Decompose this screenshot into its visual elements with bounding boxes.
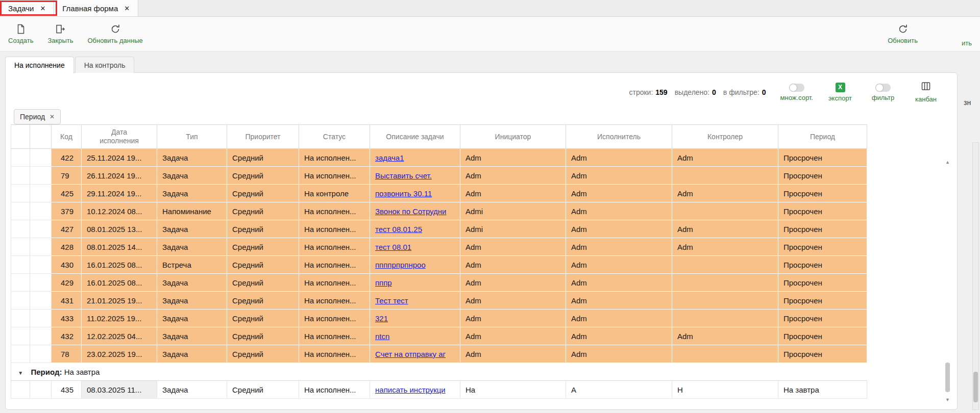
close-button[interactable]: Закрыть <box>47 23 73 44</box>
table-row[interactable]: 43311.02.2025 19...ЗадачаСреднийНа испол… <box>11 309 867 327</box>
cell-initiator: Adm <box>460 238 566 256</box>
refresh-data-button[interactable]: Обновить данные <box>87 23 142 44</box>
cell-controller: Adm <box>672 327 778 345</box>
group-row[interactable]: ▼Период: На завтра <box>11 363 867 381</box>
table-row[interactable]: 42916.01.2025 08...ЗадачаСреднийНа испол… <box>11 274 867 292</box>
column-header[interactable]: Тип <box>157 125 227 149</box>
filter-control[interactable]: фильтр <box>867 83 899 101</box>
background-form-sliver: зн <box>958 51 980 413</box>
task-link[interactable]: пппр <box>375 278 392 287</box>
table-row[interactable]: 43508.03.2025 11...ЗадачаСреднийНа испол… <box>11 381 867 399</box>
task-link[interactable]: Тест тест <box>375 296 408 305</box>
column-header[interactable]: Период <box>778 125 867 149</box>
scrollbar-thumb[interactable] <box>945 363 950 392</box>
column-header[interactable]: Статус <box>299 125 370 149</box>
cell-date: 29.11.2024 19... <box>82 185 157 202</box>
table-row[interactable]: 43016.01.2025 08...ВстречаСреднийНа испо… <box>11 256 867 274</box>
window-tab-main-form[interactable]: Главная форма ✕ <box>54 0 138 16</box>
background-scrollbar[interactable] <box>972 142 979 410</box>
scroll-up-icon[interactable]: ▲ <box>944 160 951 165</box>
export-control[interactable]: X экспорт <box>824 83 856 102</box>
scroll-down-icon[interactable]: ▼ <box>944 397 951 402</box>
cell-code: 79 <box>52 167 82 185</box>
table-row[interactable]: 7823.02.2025 19...ЗадачаСреднийНа исполн… <box>11 345 867 363</box>
column-header[interactable]: Исполнитель <box>566 125 672 149</box>
column-header[interactable]: Приоритет <box>227 125 299 149</box>
cell-initiator: Adm <box>460 167 566 185</box>
multisort-toggle[interactable] <box>789 84 804 92</box>
cell-priority: Средний <box>227 185 299 202</box>
cell-status: На исполнен... <box>299 345 370 363</box>
excel-export-icon[interactable]: X <box>836 83 845 92</box>
cell-executor: Adm <box>566 238 672 256</box>
cell-code: 432 <box>52 327 82 345</box>
collapse-arrow-icon[interactable]: ▼ <box>18 370 23 376</box>
group-chip-period[interactable]: Период ✕ <box>14 109 61 124</box>
column-header[interactable]: Контролер <box>672 125 778 149</box>
kanban-control[interactable]: канбан <box>910 81 942 103</box>
close-icon[interactable]: ✕ <box>124 5 130 12</box>
cell-period: Просрочен <box>778 220 867 238</box>
cell-select <box>11 202 30 220</box>
scrollbar-thumb[interactable] <box>973 372 978 402</box>
grid-scrollbar[interactable]: ▲ ▼ <box>944 160 951 402</box>
cell-type: Задача <box>157 327 227 345</box>
task-link[interactable]: тест 08.01.25 <box>375 225 422 234</box>
export-label: экспорт <box>828 94 852 102</box>
task-link[interactable]: позвонить 30.11 <box>375 189 432 198</box>
table-row[interactable]: 42529.11.2024 19...ЗадачаСреднийНа контр… <box>11 185 867 202</box>
task-link[interactable]: ппппрпрпнроо <box>375 261 426 269</box>
task-link[interactable]: написать инструкци <box>375 385 446 394</box>
table-row[interactable]: 42225.11.2024 19...ЗадачаСреднийНа испол… <box>11 149 867 167</box>
create-button[interactable]: Создать <box>8 23 33 44</box>
table-row[interactable]: 42708.01.2025 13...ЗадачаСреднийНа испол… <box>11 220 867 238</box>
window-tabbar: Задачи ✕ Главная форма ✕ <box>0 0 980 17</box>
cell-priority: Средний <box>227 274 299 292</box>
window-tab-tasks[interactable]: Задачи ✕ <box>0 0 54 16</box>
column-header[interactable]: Инициатор <box>460 125 566 149</box>
cell-date: 08.01.2025 14... <box>82 238 157 256</box>
column-header[interactable]: Код <box>52 125 82 149</box>
task-link[interactable]: 321 <box>375 314 388 323</box>
cell-code: 431 <box>52 292 82 309</box>
table-row[interactable]: 7926.11.2024 19...ЗадачаСреднийНа исполн… <box>11 167 867 185</box>
cell-executor: Adm <box>566 327 672 345</box>
task-link[interactable]: тест 08.01 <box>375 243 411 251</box>
chip-remove-icon[interactable]: ✕ <box>50 113 55 120</box>
cell-controller <box>672 274 778 292</box>
refresh-button[interactable]: Обновить <box>888 23 918 44</box>
table-row[interactable]: 37910.12.2024 08...НапоминаниеСреднийНа … <box>11 202 867 220</box>
cell-period: Просрочен <box>778 238 867 256</box>
multisort-control[interactable]: множ.сорт. <box>780 83 813 101</box>
cell-period: Просрочен <box>778 256 867 274</box>
cell-description: пппр <box>370 274 460 292</box>
filter-toggle[interactable] <box>875 84 891 92</box>
cell-initiator: Adm <box>460 274 566 292</box>
cell-date: 08.03.2025 11... <box>82 381 157 399</box>
group-label: Период: На завтра <box>30 363 867 381</box>
task-link[interactable]: задача1 <box>375 153 404 162</box>
content-area: На исполнение На контроль строки:159 выд… <box>0 51 980 413</box>
column-header[interactable]: Дата исполнения <box>82 125 157 149</box>
tab-for-control[interactable]: На контроль <box>75 57 135 73</box>
cell-description: Счет на отправку аг <box>370 345 460 363</box>
task-link[interactable]: Выставить счет. <box>375 171 432 180</box>
task-link[interactable]: Звонок по Сотрудни <box>375 207 447 216</box>
cell-initiator: Adm <box>460 149 566 167</box>
cell-description: Звонок по Сотрудни <box>370 202 460 220</box>
table-row[interactable]: 43212.02.2025 04...ЗадачаСреднийНа испол… <box>11 327 867 345</box>
task-link[interactable]: ntcn <box>375 332 389 341</box>
close-icon[interactable]: ✕ <box>40 5 45 12</box>
table-row[interactable]: 42808.01.2025 14...ЗадачаСреднийНа испол… <box>11 238 867 256</box>
filtered-count: в фильтре:0 <box>723 88 766 96</box>
task-link[interactable]: Счет на отправку аг <box>375 350 446 358</box>
cell-select <box>11 327 30 345</box>
table-row[interactable]: 43121.01.2025 19...ЗадачаСреднийНа испол… <box>11 292 867 309</box>
cell-initiator: Adm <box>460 256 566 274</box>
clipped-toolbar-button-text[interactable]: ить <box>962 39 972 47</box>
cell-priority: Средний <box>227 309 299 327</box>
cell-code: 78 <box>52 345 82 363</box>
tab-for-execution[interactable]: На исполнение <box>5 57 74 73</box>
cell-initiator: Adm <box>460 185 566 202</box>
column-header[interactable]: Описание задачи <box>370 125 460 149</box>
